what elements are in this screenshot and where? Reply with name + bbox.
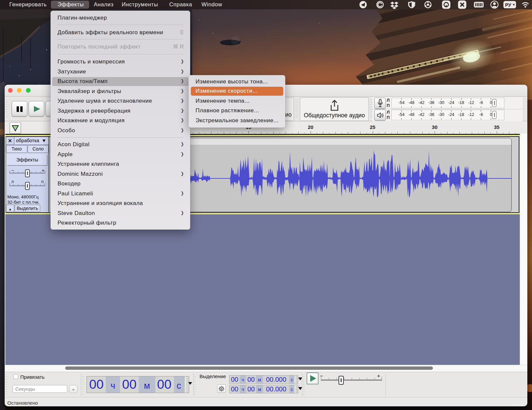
svg-text:РУ: РУ: [505, 2, 511, 8]
